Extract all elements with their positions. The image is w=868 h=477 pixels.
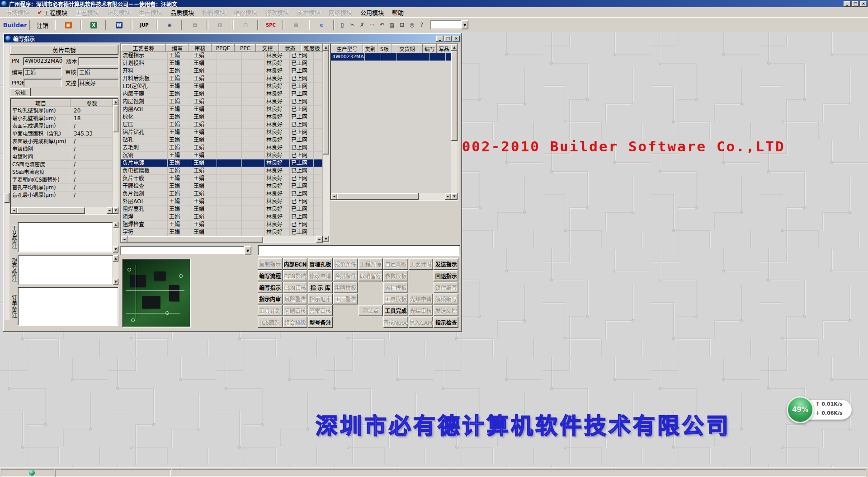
param-col-item[interactable]: 项目 [11, 99, 71, 107]
param-hscrollbar[interactable]: ◄ ► [11, 207, 113, 214]
action-button[interactable]: 指 示 库 [308, 282, 333, 293]
scroll-left-icon[interactable]: ◄ [331, 193, 337, 200]
browser-icon[interactable]: e [311, 19, 332, 30]
ppqe-field[interactable] [24, 79, 62, 87]
toolbar-combobox[interactable]: ▼ [430, 20, 468, 29]
param-row[interactable]: 最小孔壁铜厚(um) 18 [11, 115, 113, 122]
process-remark-textarea[interactable] [18, 222, 113, 253]
scroll-down-icon[interactable]: ▼ [323, 236, 329, 242]
process-row[interactable]: 内层蚀刻 王娟 王娟 林良好 已上网 [121, 98, 323, 106]
scroll-up-icon[interactable]: ▲ [113, 255, 118, 262]
process-row[interactable]: 层压 王娟 王娟 林良好 已上网 [121, 121, 323, 129]
action-button[interactable]: 合拼条件 [333, 270, 358, 281]
scroll-down-icon[interactable]: ▼ [113, 246, 118, 253]
action-button[interactable]: 参数模板 [383, 270, 408, 281]
doccontrol-field[interactable]: 林良好 [78, 79, 118, 87]
action-button[interactable]: 回退指示 [434, 270, 458, 281]
model-row[interactable]: 4W00232MA0 [331, 53, 451, 61]
process-vscrollbar[interactable]: ▲ ▼ [323, 44, 329, 242]
param-value[interactable]: / [72, 176, 113, 184]
action-button[interactable]: 答案审核 [308, 305, 333, 316]
left-panel-scrollbar[interactable] [5, 44, 9, 320]
scrollbar-thumb[interactable] [337, 193, 419, 200]
scroll-left-icon[interactable]: ◄ [121, 236, 127, 243]
scroll-right-icon[interactable]: ► [107, 207, 113, 214]
action-button[interactable]: 型号备注 [308, 317, 333, 328]
action-button[interactable]: 发送文控 [434, 305, 458, 316]
undo-icon[interactable]: ↶ [377, 19, 387, 30]
chevron-down-icon[interactable]: ▼ [244, 246, 251, 255]
param-row[interactable]: 电镀线别 / [11, 145, 113, 153]
process-row[interactable]: 负片电镀 王娟 王娟 林良好 已上网 [121, 159, 323, 167]
process-row[interactable]: 沉铜 王娟 王娟 林良好 已上网 [121, 152, 323, 159]
close-button[interactable]: × [860, 1, 867, 7]
param-value[interactable]: / [72, 138, 113, 145]
paste-icon[interactable]: ▨ [387, 19, 397, 30]
version-field[interactable] [78, 57, 118, 65]
param-value[interactable]: / [72, 192, 113, 199]
scroll-up-icon[interactable]: ▲ [451, 44, 458, 51]
col-delivery[interactable]: 交货期 [392, 44, 423, 53]
scroll-left-icon[interactable]: ◄ [11, 207, 17, 214]
users-icon[interactable]: ◫ [210, 19, 231, 30]
col-reviewer[interactable]: 审核 [189, 44, 212, 52]
network-monitor-widget[interactable]: ↑ 0.01K/s ↓ 0.06K/s 49% [786, 396, 858, 424]
process-combobox[interactable]: ▼ [120, 246, 251, 255]
process-row[interactable]: LDI定位孔 王娟 王娟 林良好 已上网 [121, 83, 323, 90]
order-remark-textarea[interactable] [18, 287, 118, 326]
process-row[interactable]: 干膜检查 王娟 王娟 林良好 已上网 [121, 182, 323, 190]
word-icon[interactable]: W [108, 19, 129, 30]
action-button[interactable] [359, 317, 383, 328]
excel-icon[interactable]: X [83, 19, 104, 30]
action-button[interactable]: 指示检查 [434, 317, 458, 328]
scroll-down-icon[interactable]: ▼ [113, 279, 118, 285]
action-button[interactable]: ECN审核 [283, 282, 308, 293]
process-row[interactable]: 开料 王娟 王娟 林良好 已上网 [121, 67, 323, 75]
scroll-up-icon[interactable]: ▲ [323, 44, 329, 51]
col-difficulty[interactable]: 难度板 [301, 44, 323, 52]
col-model[interactable]: 生产型号 [331, 44, 363, 53]
maximize-button[interactable]: □ [852, 1, 859, 7]
child-close-button[interactable]: × [453, 36, 460, 42]
param-row[interactable]: 单面电镀面积（含孔） 345.33 [11, 130, 113, 138]
scroll-right-icon[interactable]: ► [316, 236, 323, 243]
action-button[interactable] [409, 270, 434, 281]
monitor-icon[interactable]: ▢ [235, 19, 256, 30]
action-button[interactable] [333, 305, 358, 316]
menu-item[interactable]: ✔ 公用模块 [356, 7, 388, 18]
remark-scrollbar[interactable]: ▲ ▼ [113, 255, 118, 285]
scrollbar-thumb[interactable] [323, 51, 329, 154]
process-row[interactable]: 内层AOI 王娟 王娟 林良好 已上网 [121, 106, 323, 113]
action-button[interactable]: 流程模板 [383, 282, 408, 293]
param-value[interactable]: / [72, 122, 113, 130]
model-remark-textarea[interactable] [18, 255, 113, 285]
param-value[interactable]: / [72, 161, 113, 168]
menu-item[interactable]: ✔ 工艺模块 [71, 7, 103, 18]
action-button[interactable]: 组合排版 [283, 317, 308, 328]
action-button[interactable] [409, 282, 434, 293]
jup-button[interactable]: JUP [134, 19, 155, 30]
scroll-down-icon[interactable]: ▼ [451, 193, 458, 200]
scrollbar-thumb[interactable] [17, 207, 85, 214]
param-row[interactable]: 表面完成铜厚(um) / [11, 122, 113, 130]
action-button[interactable]: 编写流程 [258, 270, 283, 281]
param-value[interactable]: 18 [72, 115, 113, 122]
process-row[interactable]: 负电镀磨板 王娟 王娟 林良好 已上网 [121, 167, 323, 175]
action-button[interactable]: 修改申请 [308, 270, 333, 281]
menu-item[interactable]: ✔ 行政模块 [261, 7, 293, 18]
col-writer[interactable]: 编写 [166, 44, 189, 52]
print-icon[interactable]: ⊞ [397, 19, 407, 30]
action-button[interactable]: 工厂警告 [333, 294, 358, 305]
process-row[interactable]: 流程指示 王娟 王娟 林良好 已上网 [121, 52, 323, 60]
action-button[interactable]: 工具完成 [383, 305, 408, 316]
param-value[interactable]: / [72, 184, 113, 192]
process-row[interactable]: 负片干膜 王娟 王娟 林良好 已上网 [121, 175, 323, 182]
scroll-right-icon[interactable]: ► [445, 193, 451, 200]
action-button[interactable]: 自定义图 [383, 258, 408, 270]
col-doc[interactable]: 文控 [256, 44, 279, 52]
param-row[interactable]: 电镀时间 / [11, 153, 113, 161]
action-button[interactable]: 取消暂停 [359, 270, 383, 281]
action-button[interactable]: 测试点 [359, 305, 383, 316]
child-minimize-button[interactable]: _ [436, 36, 443, 42]
menu-item[interactable]: ✔ 物料模块 [198, 7, 230, 18]
